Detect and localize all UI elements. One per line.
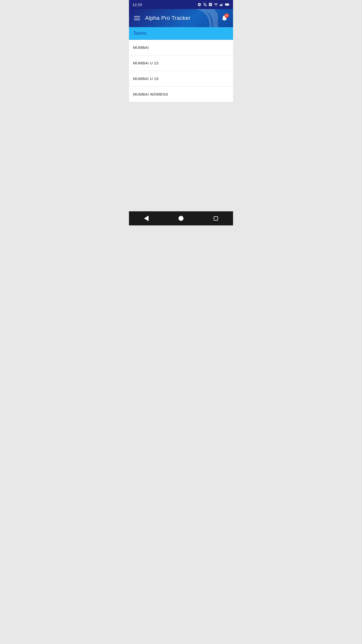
svg-rect-2 — [221, 4, 222, 6]
teams-section-title: Teams — [133, 31, 147, 36]
menu-button[interactable] — [133, 15, 141, 21]
home-button[interactable] — [173, 214, 189, 223]
home-icon — [178, 216, 184, 221]
battery-icon — [225, 3, 230, 6]
app-bar: Alpha Pro Tracker 0 — [129, 9, 233, 27]
status-icons — [197, 3, 230, 7]
team-item-mumbai[interactable]: MUMBAI — [129, 40, 233, 55]
team-name-mumbai: MUMBAI — [133, 45, 149, 50]
recent-apps-icon — [214, 216, 218, 221]
wifi-icon — [214, 3, 218, 7]
hamburger-line-3 — [134, 20, 140, 20]
back-icon — [144, 216, 149, 221]
team-list: MUMBAI MUMBAI U 23 MUMBAI U 19 MUMBAI WO… — [129, 40, 233, 102]
back-button[interactable] — [139, 214, 154, 223]
app-title: Alpha Pro Tracker — [145, 15, 191, 21]
hamburger-line-2 — [134, 18, 140, 18]
hamburger-line-1 — [134, 16, 140, 17]
team-name-mumbai-womens: MUMBAI WOMENS — [133, 92, 168, 96]
settings-icon — [197, 3, 201, 7]
team-item-mumbai-u23[interactable]: MUMBAI U 23 — [129, 55, 233, 71]
bottom-navigation — [129, 211, 233, 225]
app-bar-decoration — [188, 9, 218, 27]
clipboard-icon — [208, 3, 212, 7]
svg-rect-3 — [222, 3, 223, 6]
team-name-mumbai-u19: MUMBAI U 19 — [133, 76, 158, 81]
team-item-mumbai-womens[interactable]: MUMBAI WOMENS — [129, 87, 233, 102]
team-name-mumbai-u23: MUMBAI U 23 — [133, 61, 158, 65]
notification-badge: 0 — [224, 13, 229, 18]
notification-button[interactable]: 0 — [220, 13, 229, 23]
team-item-mumbai-u19[interactable]: MUMBAI U 19 — [129, 71, 233, 87]
svg-rect-5 — [229, 4, 229, 5]
teams-section-header: Teams — [129, 27, 233, 40]
svg-rect-1 — [220, 4, 221, 6]
empty-content-area — [129, 102, 233, 211]
signal-icon — [219, 3, 223, 7]
status-bar: 12:29 — [129, 0, 233, 9]
app-bar-left: Alpha Pro Tracker — [133, 15, 191, 21]
recent-apps-button[interactable] — [209, 214, 223, 223]
status-time: 12:29 — [132, 3, 142, 7]
svg-rect-0 — [220, 5, 220, 6]
svg-rect-6 — [225, 4, 229, 5]
translate-icon — [203, 3, 207, 7]
